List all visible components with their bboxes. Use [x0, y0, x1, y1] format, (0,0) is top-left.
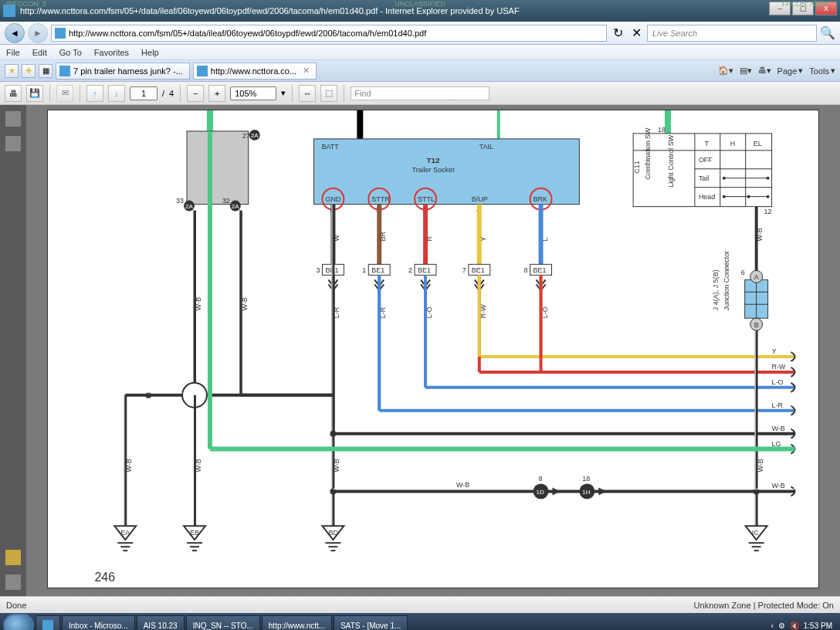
pdf-next-page-button[interactable]: ↓	[108, 85, 125, 102]
ie-tab-icon	[197, 66, 208, 76]
search-go-button[interactable]: 🔍	[820, 25, 835, 41]
pdf-zoom-in-button[interactable]: +	[208, 85, 225, 102]
refresh-button[interactable]: ↻	[610, 25, 625, 41]
tab-2[interactable]: http://www.ncttora.co... ✕	[193, 63, 317, 80]
pdf-page: 18 27 2A 33 2A 32 2A BATT TAIL T12 Trail…	[47, 110, 819, 588]
svg-text:Y: Y	[479, 236, 487, 241]
taskbar-item-inbox[interactable]: Inbox - Microso...	[62, 615, 135, 630]
infocon-label: INFOCON: 3	[0, 0, 52, 11]
add-favorite-icon[interactable]: ✚	[22, 64, 36, 78]
pdf-page-input[interactable]	[130, 86, 158, 100]
feeds-button[interactable]: ▤▾	[740, 66, 752, 76]
tab-close-icon[interactable]: ✕	[303, 66, 310, 76]
pdf-zoom-input[interactable]	[230, 86, 276, 100]
start-button[interactable]	[3, 614, 34, 630]
pdf-mail-button[interactable]: ✉	[56, 85, 73, 102]
svg-text:Y: Y	[772, 347, 777, 355]
svg-text:W-B: W-B	[333, 459, 340, 472]
svg-text:W-B: W-B	[195, 459, 202, 472]
pdf-page-sep: /	[162, 89, 164, 98]
taskbar-item-ais[interactable]: AIS 10.23	[137, 615, 185, 630]
fpcon-label: FPCON: Alpha	[776, 0, 834, 8]
svg-text:33: 33	[176, 197, 184, 205]
svg-text:32: 32	[222, 197, 230, 205]
attachments-panel-icon[interactable]	[5, 574, 21, 590]
pdf-zoom-out-button[interactable]: −	[187, 85, 204, 102]
svg-text:6: 6	[741, 269, 745, 276]
pdf-prev-page-button[interactable]: ↑	[86, 85, 103, 102]
taskbar-item-sats[interactable]: SATS - [Move 1...	[334, 615, 408, 630]
svg-text:BE1: BE1	[533, 266, 547, 274]
search-box[interactable]: Live Search	[647, 25, 817, 42]
svg-text:2: 2	[408, 266, 412, 274]
zoom-dropdown-icon[interactable]: ▾	[281, 88, 286, 98]
tools-menu[interactable]: Tools ▾	[809, 66, 835, 76]
taskbar-item-inqsn[interactable]: INQ_SN -- STO...	[186, 615, 260, 630]
taskbar-item-ncttora[interactable]: http://www.nctt...	[262, 615, 332, 630]
pdf-fit-page-button[interactable]: ⬚	[320, 85, 337, 102]
svg-text:T12: T12	[426, 156, 440, 164]
pdf-fit-width-button[interactable]: ↔	[299, 85, 316, 102]
svg-text:W-B: W-B	[757, 459, 764, 472]
svg-text:B/UP: B/UP	[472, 195, 488, 203]
pdf-content-area: 18 27 2A 33 2A 32 2A BATT TAIL T12 Trail…	[26, 105, 840, 596]
svg-text:W-B: W-B	[772, 425, 785, 432]
home-button[interactable]: 🏠▾	[718, 66, 733, 76]
favorites-star-icon[interactable]: ★	[5, 64, 19, 78]
svg-text:BR: BR	[379, 231, 387, 241]
svg-text:EL: EL	[754, 140, 762, 147]
print-button[interactable]: 🖶▾	[758, 66, 771, 76]
tray-icon[interactable]: ‹	[771, 622, 773, 630]
svg-text:W-B: W-B	[756, 228, 764, 241]
svg-text:L-O: L-O	[772, 378, 784, 386]
svg-text:BD: BD	[328, 529, 338, 537]
comments-panel-icon[interactable]	[5, 550, 21, 565]
address-bar[interactable]: http://www.ncttora.com/fsm/05+/data/ilea…	[51, 25, 607, 42]
classification-label: UNCLASSIFIED	[388, 0, 452, 8]
url-text: http://www.ncttora.com/fsm/05+/data/ilea…	[69, 29, 426, 38]
svg-text:Head: Head	[699, 193, 715, 201]
status-right: Unknown Zone | Protected Mode: On	[694, 601, 834, 610]
svg-text:1H: 1H	[582, 489, 590, 496]
taskbar-clock: 1:53 PM	[804, 622, 832, 630]
stop-button[interactable]: ✕	[628, 25, 644, 41]
svg-text:L: L	[541, 237, 549, 241]
svg-text:Light Control SW: Light Control SW	[667, 134, 675, 187]
svg-text:Junction Connector: Junction Connector	[723, 251, 730, 310]
menu-goto[interactable]: Go To	[59, 48, 82, 57]
menu-help[interactable]: Help	[141, 48, 159, 57]
tray-icon[interactable]: ⚙	[778, 622, 785, 630]
pdf-toolbar: 🖶 💾 ✉ ↑ ↓ / 4 − + ▾ ↔ ⬚ Find	[0, 82, 840, 105]
find-placeholder: Find	[354, 89, 371, 98]
svg-text:TAIL: TAIL	[479, 143, 493, 151]
svg-text:1D: 1D	[537, 489, 544, 496]
svg-point-65	[767, 195, 770, 198]
forward-button[interactable]: ►	[28, 23, 48, 43]
back-button[interactable]: ◄	[5, 23, 25, 43]
pages-panel-icon[interactable]	[5, 111, 21, 127]
tray-icon[interactable]: 🔇	[790, 622, 799, 630]
svg-text:R: R	[425, 235, 433, 241]
pdf-save-button[interactable]: 💾	[26, 85, 43, 102]
svg-text:2A: 2A	[232, 203, 239, 210]
menu-edit[interactable]: Edit	[32, 48, 47, 57]
page-menu[interactable]: Page ▾	[777, 66, 804, 76]
nav-toolbar: ◄ ► http://www.ncttora.com/fsm/05+/data/…	[0, 22, 840, 45]
tab-1[interactable]: 7 pin trailer harness junk? -...	[56, 63, 190, 80]
menu-favorites[interactable]: Favorites	[94, 48, 129, 57]
svg-text:Trailer Socket: Trailer Socket	[412, 166, 455, 174]
svg-text:2A: 2A	[251, 132, 259, 139]
pdf-sidebar	[0, 105, 26, 596]
menu-file[interactable]: File	[6, 48, 20, 57]
pdf-print-button[interactable]: 🖶	[5, 85, 22, 102]
pdf-find-box[interactable]: Find	[351, 86, 489, 100]
bookmarks-panel-icon[interactable]	[5, 136, 21, 151]
tab-1-label: 7 pin trailer harness junk? -...	[73, 66, 183, 76]
svg-text:BE1: BE1	[472, 266, 485, 274]
tab-grid-icon[interactable]: ▦	[39, 64, 52, 78]
svg-text:7: 7	[462, 266, 466, 274]
svg-text:W-B: W-B	[195, 297, 202, 310]
taskbar-item-ie[interactable]	[36, 615, 60, 630]
svg-text:R-W: R-W	[772, 363, 786, 371]
svg-rect-4	[187, 131, 249, 205]
